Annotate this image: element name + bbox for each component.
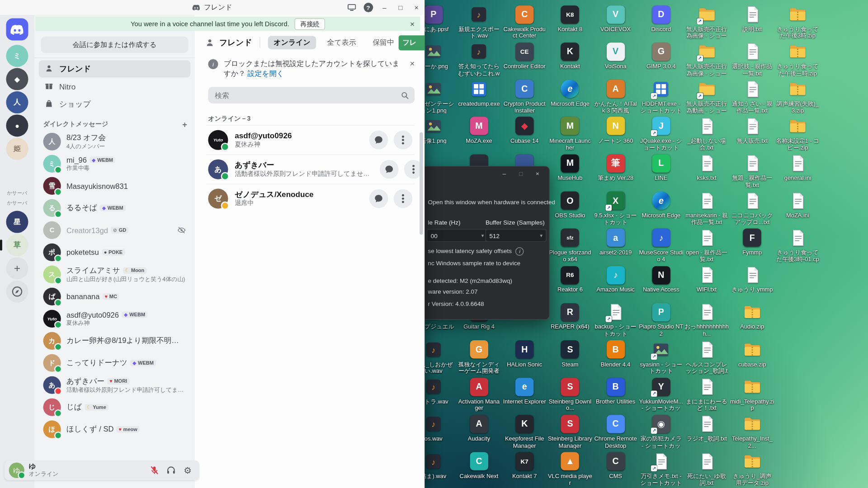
desktop-icon[interactable]: Aかんたん！AITalk 3 関西風: [594, 79, 638, 114]
desktop-icon[interactable]: Telepathy_Inst_2...: [730, 414, 774, 449]
desktop-icon[interactable]: ラジオ_歌詞.txt: [684, 414, 729, 442]
desktop-icon[interactable]: HHALion Sonic: [502, 339, 547, 367]
dm-item[interactable]: ポpoketetsu●POKE: [39, 241, 191, 263]
server-icon[interactable]: ◆: [6, 68, 28, 90]
dm-item[interactable]: 雪Masayukisnow831: [39, 175, 191, 197]
desktop-icon[interactable]: 死にたい_ゆ歌詞.txt: [684, 451, 729, 486]
desktop-icon[interactable]: 無題 - 親作品一覧.txt: [730, 153, 774, 188]
desktop-icon[interactable]: MMuseHub: [548, 153, 592, 181]
open-when-connected-option[interactable]: Open this window when hardware is connec…: [428, 199, 556, 206]
add-friend-button[interactable]: フレ: [399, 35, 425, 50]
server-icon[interactable]: 人: [6, 91, 28, 113]
join-or-create-button[interactable]: 会話に参加または作成する: [41, 37, 189, 53]
desktop-icon[interactable]: 調声練習(失敗)_3.zip: [776, 79, 820, 114]
desktop-icon[interactable]: BBlender 4.4: [594, 339, 638, 367]
desktop-icon[interactable]: eMicrosoft Edge: [548, 79, 592, 107]
desktop-icon[interactable]: ヘルスコンプレッション_歌詞.txt: [684, 339, 729, 375]
desktop-icon[interactable]: CChrome Remote Desktop: [594, 414, 638, 449]
tab-オンライン[interactable]: オンライン: [268, 36, 316, 49]
desktop-icon[interactable]: SSteinberg Downlo...: [548, 377, 592, 412]
server-icon[interactable]: 姫: [6, 138, 28, 160]
desktop-icon[interactable]: eMicrosoft Edge: [639, 191, 683, 219]
lowest-latency-option[interactable]: se lowest latency safety offsetsi: [428, 247, 524, 255]
dm-item[interactable]: るるるそば◆WEBM: [39, 197, 191, 219]
desktop-icon[interactable]: ↗無人販売不正行為画像 - ショートカッ...: [684, 5, 729, 40]
desktop-icon[interactable]: 選択肢 - 親作品一覧.txt: [730, 42, 774, 76]
server-icon[interactable]: ミ: [6, 45, 28, 67]
server-icon[interactable]: 星: [6, 211, 28, 233]
dm-item[interactable]: ほほしくず / SD♥meow: [39, 418, 191, 441]
message-button[interactable]: [369, 131, 388, 150]
desktop-icon[interactable]: ♪Amazon Music: [594, 265, 638, 293]
desktop-icon[interactable]: R6Reaktor 6: [548, 265, 592, 293]
desktop-icon[interactable]: ↗HDDFMT.exe - ショートカット: [639, 79, 683, 114]
desktop-icon[interactable]: general.ini: [776, 153, 820, 181]
more-button[interactable]: [394, 131, 413, 150]
desktop-icon[interactable]: CCMS: [594, 451, 638, 479]
desktop-icon[interactable]: J↗JQuake.exe - ショートカット: [639, 116, 683, 151]
sync-sample-rate-option[interactable]: nc Windows sample rate to device: [428, 259, 520, 266]
desktop-icon[interactable]: aairset2-2019: [594, 228, 638, 256]
desktop-icon[interactable]: AActivation Manager: [457, 377, 501, 412]
server-icon[interactable]: 草: [6, 234, 28, 256]
desktop-icon[interactable]: cubase.zip: [730, 339, 774, 367]
desktop-icon[interactable]: SSteam: [548, 339, 592, 367]
mic-muted-icon[interactable]: [147, 463, 162, 478]
desktop-icon[interactable]: sfzPlogue sforzando x64: [548, 228, 592, 263]
dialog-close-button[interactable]: ×: [530, 168, 545, 179]
desktop-icon[interactable]: 無人販売.txt: [730, 116, 774, 144]
desktop-icon[interactable]: _起動しない場合.txt: [684, 116, 729, 151]
desktop-icon[interactable]: ◆Cubase 14: [502, 116, 547, 144]
more-button[interactable]: [394, 189, 413, 208]
desktop-icon[interactable]: ↗無人販売不正行為動画 - ショートカット: [684, 79, 729, 114]
desktop-icon[interactable]: NNative Access: [639, 265, 683, 293]
scrollbar[interactable]: [420, 132, 423, 235]
open-settings-link[interactable]: 設定を開く: [248, 69, 284, 77]
desktop-icon[interactable]: G孤独なインディーゲーム開発者の一生...: [457, 339, 501, 375]
desktop-icon[interactable]: AAudacity: [457, 414, 501, 442]
desktop-icon[interactable]: MMinecraft Launcher: [548, 116, 592, 151]
dialog-minimize-button[interactable]: –: [497, 168, 512, 179]
desktop-icon[interactable]: きゅうり_調声用データ.zip: [730, 451, 774, 486]
desktop-icon[interactable]: VVoiSona: [594, 42, 638, 70]
desktop-icon[interactable]: CCrypton Product Installer: [502, 79, 547, 114]
desktop-icon[interactable]: MoZA.ini: [776, 191, 820, 219]
desktop-icon[interactable]: Nノートン 360: [594, 116, 638, 144]
desktop-icon[interactable]: PPiapro Studio NT2: [639, 302, 683, 337]
close-button[interactable]: ×: [409, 0, 425, 15]
home-button[interactable]: [6, 18, 28, 40]
desktop-icon[interactable]: CCakewalk Next: [457, 451, 501, 479]
search-input[interactable]: [214, 90, 401, 100]
minimize-button[interactable]: –: [377, 0, 393, 15]
server-icon[interactable]: ●: [6, 114, 28, 136]
desktop-icon[interactable]: きゅうり.ymmp: [730, 265, 774, 293]
desktop-icon[interactable]: ♪MuseScore Studio 4: [639, 228, 683, 263]
gear-icon[interactable]: ⚙: [180, 463, 195, 478]
desktop-icon[interactable]: createdump.exe: [457, 79, 501, 107]
desktop-icon[interactable]: open - 親作品一覧.txt: [684, 228, 729, 263]
maximize-button[interactable]: □: [392, 0, 409, 15]
desktop-icon[interactable]: ↗万引きメモ.txt - ショートカット: [639, 451, 683, 486]
dm-item[interactable]: ススライムアミサ☾Moon山田と山田が好き(山田リョウと笑う4体の山): [39, 263, 191, 286]
friend-row[interactable]: ああずきバー活動者様以外原則フレンド申請許可してません。: [206, 155, 415, 184]
desktop-icon[interactable]: おっhhhhhhhhhhh...: [684, 302, 729, 337]
dm-item[interactable]: ドこってりドーナツ◆WEBM: [39, 352, 191, 374]
create-dm-icon[interactable]: +: [182, 119, 187, 129]
dm-item[interactable]: じじば☾Yume: [39, 396, 191, 418]
desktop-icon[interactable]: SSteinberg Library Manager: [548, 414, 592, 449]
desktop-icon[interactable]: X↗9.5.xlsx - ショートカット: [594, 191, 638, 225]
desktop-icon[interactable]: きゅうり食ってた午後3時.zip: [776, 5, 820, 39]
dm-item[interactable]: カカレー卵丼@8/19より期限不明活動…: [39, 330, 191, 352]
desktop-icon[interactable]: manisekarin - 親作品一覧.txt: [684, 191, 729, 225]
desktop-icon[interactable]: まにまにわーるど！.txt: [684, 377, 729, 412]
desktop-icon[interactable]: きゅうり食ってた午後3時-01.cpr: [776, 228, 820, 263]
reconnect-button[interactable]: 再接続: [295, 18, 325, 30]
desktop-icon[interactable]: K8Kontakt 8: [548, 5, 592, 33]
desktop-icon[interactable]: ♪新規エクスポート.wav: [457, 5, 501, 39]
message-button[interactable]: [380, 160, 399, 179]
friend-row[interactable]: ゼゼノデュス/Xenoduce退席中: [206, 184, 415, 213]
explore-icon[interactable]: [6, 281, 28, 303]
desktop-icon[interactable]: ↗無人販売不正行為画像 - ショートカット: [684, 42, 729, 77]
desktop-icon[interactable]: ▲VLC media player: [548, 451, 592, 486]
tab-全て表示[interactable]: 全て表示: [321, 36, 362, 49]
